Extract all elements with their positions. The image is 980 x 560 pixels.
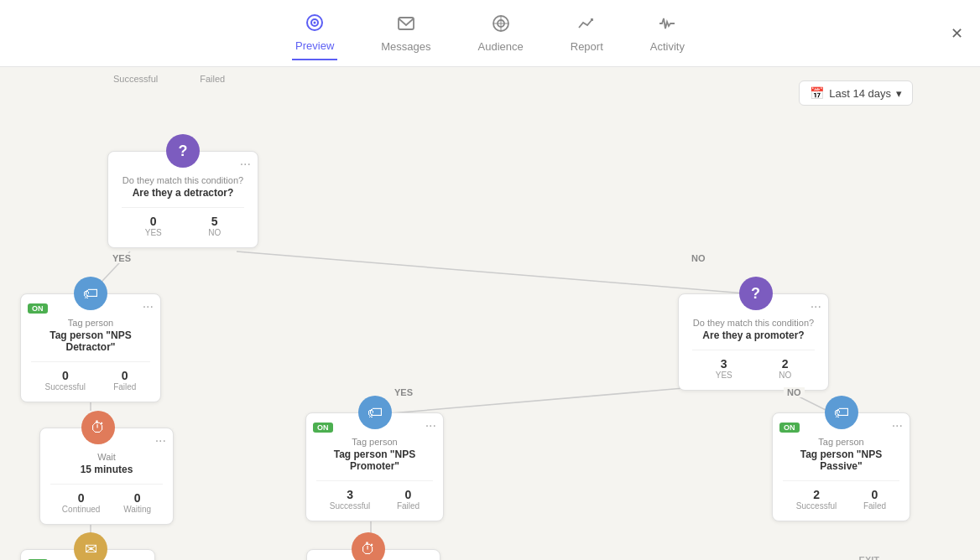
wait2-node: ⏱ ··· Wait 15 minutes 3 Continued 0 Wait… (306, 532, 430, 549)
chevron-down-icon: ▾ (896, 87, 902, 100)
tag-promoter-failed-label: Failed (397, 501, 420, 511)
tag-promoter-successful-value: 3 (330, 488, 370, 501)
exit-label: EXIT (859, 555, 879, 560)
condition2-stats: 3 YES 2 NO (692, 350, 815, 380)
tag-passive-failed-stat: 0 Failed (863, 488, 886, 511)
wait1-continued-value: 0 (62, 491, 101, 505)
tag-passive-type: Tag person (783, 437, 899, 447)
tab-preview-label: Preview (295, 39, 334, 52)
tag-passive-icon: 🏷 (825, 396, 858, 429)
tag-detractor-successful-value: 0 (45, 369, 86, 382)
tag-detractor-successful-label: Successful (45, 382, 86, 391)
tag-passive-failed-value: 0 (863, 488, 886, 501)
wait1-continued-stat: 0 Continued (62, 491, 101, 514)
condition2-icon: ? (739, 277, 773, 310)
yes-label-1: YES (109, 253, 134, 263)
condition1-title: Are they a detractor? (122, 187, 244, 199)
tag-passive-successful-label: Successful (796, 501, 837, 511)
svg-line-10 (237, 251, 745, 293)
condition2-title: Are they a promoter? (692, 329, 815, 341)
condition2-no-value: 2 (779, 357, 791, 371)
tab-audience[interactable]: Audience (475, 8, 527, 60)
audience-icon (492, 14, 510, 37)
calendar-icon: 📅 (810, 86, 824, 100)
svg-point-2 (314, 21, 316, 23)
tag-promoter-failed-stat: 0 Failed (397, 488, 420, 511)
tab-report-label: Report (571, 40, 603, 53)
tag-promoter-failed-value: 0 (397, 488, 420, 501)
wait1-title: 15 minutes (50, 464, 163, 475)
activity-icon (658, 14, 676, 37)
no-label-1: NO (688, 253, 709, 263)
tag-detractor-failed-stat: 0 Failed (113, 369, 136, 391)
tag-passive-successful-stat: 2 Successful (796, 488, 837, 511)
report-icon (577, 14, 596, 37)
tag-detractor-icon: 🏷 (74, 277, 107, 310)
tag-passive-successful-value: 2 (796, 488, 837, 501)
tab-activity-label: Activity (650, 40, 685, 53)
svg-rect-3 (399, 18, 414, 29)
tag-passive-failed-label: Failed (863, 501, 886, 511)
condition1-no-label: NO (208, 228, 221, 237)
tag-detractor-title: Tag person "NPS Detractor" (31, 329, 150, 353)
tag-promoter-title: Tag person "NPS Promoter" (316, 449, 433, 472)
send-email-icon: ✉ (74, 532, 107, 560)
tab-report[interactable]: Report (567, 8, 607, 60)
condition1-no-stat: 5 NO (208, 215, 221, 237)
tab-audience-label: Audience (478, 40, 524, 53)
condition2-no-label: NO (779, 371, 791, 380)
tag-detractor-successful-stat: 0 Successful (45, 369, 86, 391)
tag-passive-title: Tag person "NPS Passive" (783, 449, 899, 472)
condition1-yes-label: YES (145, 228, 162, 237)
tag-detractor-type: Tag person (31, 318, 150, 328)
condition1-yes-value: 0 (145, 215, 162, 228)
tag-promoter-successful-label: Successful (330, 501, 370, 511)
wait1-waiting-stat: 0 Waiting (123, 491, 151, 514)
condition1-icon: ? (166, 134, 200, 168)
wait1-continued-label: Continued (62, 505, 101, 514)
tab-preview[interactable]: Preview (292, 7, 337, 60)
wait2-icon: ⏱ (352, 532, 385, 560)
failed-top-label: Failed (200, 74, 225, 84)
wait1-waiting-value: 0 (123, 491, 151, 505)
wait1-waiting-label: Waiting (123, 505, 151, 514)
wait1-icon: ⏱ (81, 411, 115, 444)
condition2-no-stat: 2 NO (779, 357, 791, 380)
tag-promoter-type: Tag person (316, 437, 433, 447)
wait1-stats: 0 Continued 0 Waiting (50, 484, 163, 514)
date-filter-label: Last 14 days (829, 87, 891, 100)
tag-promoter-stats: 3 Successful 0 Failed (316, 480, 433, 511)
tag-passive-stats: 2 Successful 0 Failed (783, 480, 899, 511)
condition2-yes-stat: 3 YES (716, 357, 732, 380)
tab-activity[interactable]: Activity (647, 8, 688, 60)
condition1-stats: 0 YES 5 NO (122, 207, 244, 237)
tab-messages-label: Messages (381, 40, 430, 53)
condition2-yes-label: YES (716, 371, 732, 380)
tag-passive-node: 🏷 ON ··· Tag person Tag person "NPS Pass… (772, 396, 910, 412)
messages-icon (397, 14, 415, 37)
condition1-node: ? ··· Do they match this condition? Are … (107, 134, 258, 248)
condition1-no-value: 5 (208, 215, 221, 228)
condition2-question: Do they match this condition? (692, 318, 815, 328)
send-email-node: ✉ ON ··· Send email NPS detractor feedba… (20, 532, 161, 549)
tag-promoter-successful-stat: 3 Successful (330, 488, 370, 511)
tag-detractor-failed-label: Failed (113, 382, 136, 391)
tag-detractor-failed-value: 0 (113, 369, 136, 382)
condition2-yes-value: 3 (716, 357, 732, 371)
top-navigation: Preview Messages Audience (0, 0, 980, 67)
tag-promoter-icon: 🏷 (358, 396, 392, 429)
successful-top-label: Successful (113, 74, 158, 84)
tag-detractor-node: 🏷 ON ··· Tag person Tag person "NPS Detr… (20, 277, 161, 293)
preview-icon (305, 13, 324, 36)
close-button[interactable]: ✕ (951, 24, 963, 43)
tag-detractor-stats: 0 Successful 0 Failed (31, 361, 150, 391)
wait1-node: ⏱ ··· Wait 15 minutes 0 Continued 0 Wait… (39, 411, 157, 428)
date-filter[interactable]: 📅 Last 14 days ▾ (799, 80, 913, 106)
nav-tabs: Preview Messages Audience (292, 7, 688, 60)
workflow-canvas: 📅 Last 14 days ▾ Successful Failed ? ···… (0, 67, 980, 560)
condition2-node: ? ··· Do they match this condition? Are … (678, 277, 833, 293)
wait1-type: Wait (50, 452, 163, 462)
tag-promoter-node: 🏷 ON ··· Tag person Tag person "NPS Prom… (305, 396, 444, 412)
tab-messages[interactable]: Messages (378, 8, 434, 60)
condition1-yes-stat: 0 YES (145, 215, 162, 237)
